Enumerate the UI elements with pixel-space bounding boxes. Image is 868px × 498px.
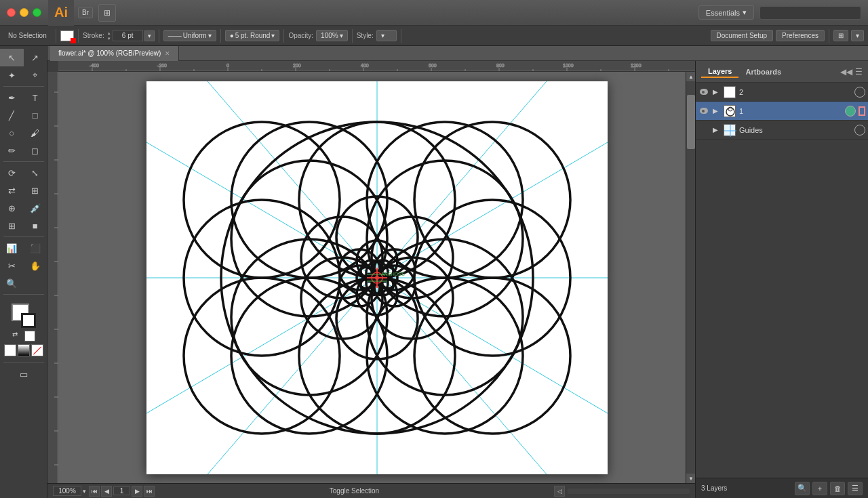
first-page-button[interactable]: ⏮	[89, 486, 100, 497]
next-page-button[interactable]: ▶	[132, 486, 142, 497]
scroll-up-button[interactable]: ▲	[686, 72, 695, 81]
gradient-tool[interactable]: ■	[24, 217, 47, 234]
mesh-tool[interactable]: ⊞	[0, 217, 24, 234]
pencil-tool[interactable]: ✏	[0, 142, 24, 159]
more-button[interactable]: ▾	[851, 30, 864, 41]
type-tool[interactable]: T	[24, 89, 47, 106]
lasso-tool[interactable]: ⌖	[24, 66, 47, 84]
stroke-dropdown-arrow[interactable]: ▾	[144, 30, 155, 41]
color-mode-swatches	[4, 344, 43, 356]
layer-guides-thumb	[724, 124, 736, 136]
scroll-down-button[interactable]: ▼	[686, 474, 695, 483]
arrange-button[interactable]: ⊞	[833, 30, 848, 41]
zoom-arrow[interactable]: ▾	[83, 488, 86, 495]
blend-tool[interactable]: ⊕	[0, 199, 24, 217]
magic-wand-tool[interactable]: ✦	[0, 66, 24, 84]
rect-tool[interactable]: □	[24, 106, 47, 124]
scroll-thumb[interactable]	[687, 95, 695, 149]
toggle-button[interactable]: ◁	[554, 486, 565, 497]
artboard[interactable]: ANCHORS	[146, 81, 608, 474]
panel-collapse-button[interactable]: ◀◀	[840, 67, 852, 77]
essentials-button[interactable]: Essentials ▾	[698, 5, 754, 20]
stroke-type-selector[interactable]: —— Uniform ▾	[163, 30, 216, 41]
delete-layer-button[interactable]: 🗑	[830, 482, 845, 495]
vertical-scrollbar[interactable]: ▲ ▼	[686, 72, 695, 483]
layer-item-2[interactable]: ▶ 2	[696, 83, 868, 102]
swap-colors-icon[interactable]: ⇄	[12, 331, 23, 341]
layer-1-circle-btn[interactable]	[845, 106, 856, 117]
eyedropper-tool[interactable]: 💉	[24, 199, 47, 217]
tab-close-button[interactable]: ✕	[165, 50, 170, 57]
stroke-color-swatch[interactable]	[60, 30, 74, 41]
search-layers-button[interactable]: 🔍	[795, 482, 810, 495]
layer-2-circle-btn[interactable]	[854, 87, 865, 98]
arrange-icon[interactable]: ⊞	[98, 4, 116, 22]
layer-1-expand[interactable]: ▶	[711, 106, 720, 116]
layer-guides-expand[interactable]: ▶	[711, 125, 720, 135]
graph-tool[interactable]: 📊	[0, 239, 24, 257]
layer-options-button[interactable]: ☰	[848, 482, 863, 495]
layer-item-1[interactable]: ▶ 1	[696, 102, 868, 121]
zoom-input[interactable]	[53, 486, 81, 496]
screen-mode-button[interactable]: ▭	[0, 365, 47, 383]
document-setup-button[interactable]: Document Setup	[711, 30, 774, 41]
prev-page-button[interactable]: ◀	[101, 486, 112, 497]
hand-tool[interactable]: ✋	[24, 257, 47, 274]
bridge-button[interactable]: Br	[78, 7, 93, 18]
default-colors-icon[interactable]	[24, 331, 35, 341]
layer-2-expand[interactable]: ▶	[711, 87, 720, 97]
rotate-tool[interactable]: ⟳	[0, 164, 24, 182]
minimize-button[interactable]	[20, 8, 28, 17]
svg-text:-400: -400	[90, 63, 99, 68]
stroke-color[interactable]	[21, 313, 36, 328]
preferences-button[interactable]: Preferences	[776, 30, 825, 41]
opacity-selector[interactable]: 100% ▾	[316, 30, 348, 41]
gradient-mode-icon[interactable]	[18, 344, 30, 356]
cap-style-selector[interactable]: ● 5 pt. Round ▾	[225, 30, 280, 41]
scale-tool[interactable]: ⤡	[24, 164, 47, 182]
layers-tab[interactable]: Layers	[701, 66, 738, 78]
color-mode-icon[interactable]	[4, 344, 16, 356]
artboards-tab[interactable]: Artboards	[738, 66, 788, 77]
down-arrow[interactable]: ▼	[107, 36, 111, 41]
active-tab[interactable]: flower.ai* @ 100% (RGB/Preview) ✕	[50, 46, 179, 61]
pen-tool[interactable]: ✒	[0, 89, 24, 106]
last-page-button[interactable]: ⏭	[144, 486, 155, 497]
layers-list: ▶ 2 ▶	[696, 83, 868, 281]
layer-guides-circle-btn[interactable]	[854, 125, 865, 136]
paintbrush-tool[interactable]: 🖌	[24, 124, 47, 142]
style-label: Style:	[357, 32, 374, 39]
up-arrow[interactable]: ▲	[107, 30, 111, 36]
selection-tool[interactable]: ↖	[0, 49, 24, 66]
slice-tool[interactable]: ✂	[0, 257, 24, 274]
add-layer-button[interactable]: +	[812, 482, 827, 495]
layer-1-visibility[interactable]	[698, 106, 709, 117]
maximize-button[interactable]	[33, 8, 41, 17]
none-mode-icon[interactable]	[31, 344, 43, 356]
stroke-value-input[interactable]	[113, 30, 143, 41]
style-selector[interactable]: ▾	[376, 30, 397, 41]
tool-divider	[3, 362, 44, 363]
close-button[interactable]	[7, 8, 16, 17]
stroke-spinner[interactable]: ▲ ▼	[107, 30, 111, 41]
artboard-tool[interactable]: ⬛	[24, 239, 47, 257]
layers-footer-buttons: 🔍 + 🗑 ☰	[795, 482, 863, 495]
tool-row: ⟳ ⤡	[0, 164, 47, 182]
direct-selection-tool[interactable]: ↗	[24, 49, 47, 66]
zoom-tool[interactable]: 🔍	[0, 274, 24, 292]
page-input[interactable]	[113, 486, 130, 495]
panel-menu-button[interactable]: ☰	[855, 67, 863, 77]
separator	[352, 29, 353, 43]
tool-row: ✦ ⌖	[0, 66, 47, 84]
search-input[interactable]	[760, 6, 861, 20]
layer-2-visibility[interactable]	[698, 87, 709, 98]
line-tool[interactable]: ╱	[0, 106, 24, 124]
svg-point-92	[375, 276, 379, 280]
fill-stroke-colors[interactable]	[12, 304, 36, 328]
layer-1-name: 1	[739, 107, 844, 115]
free-transform-tool[interactable]: ⇄	[0, 182, 24, 199]
layer-item-guides[interactable]: ▶ Guides	[696, 121, 868, 140]
ellipse-tool[interactable]: ○	[0, 124, 24, 142]
shape-builder-tool[interactable]: ⊞	[24, 182, 47, 199]
eraser-tool[interactable]: ◻	[24, 142, 47, 159]
